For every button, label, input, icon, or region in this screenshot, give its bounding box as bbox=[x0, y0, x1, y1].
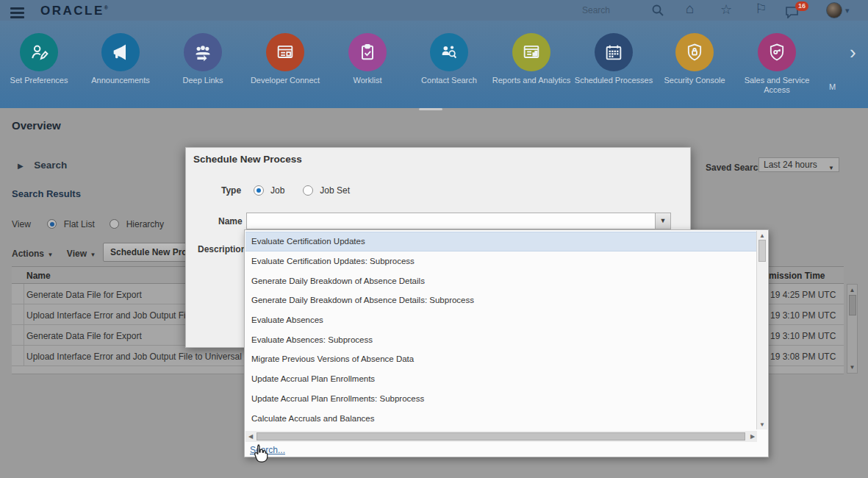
actions-caret-icon: ▼ bbox=[47, 252, 53, 258]
search-results-heading: Search Results bbox=[12, 188, 81, 199]
process-name-dropdown-panel: Evaluate Certification Updates Evaluate … bbox=[244, 229, 769, 457]
scrollbar-thumb[interactable] bbox=[849, 295, 856, 315]
shield-key-icon bbox=[758, 33, 796, 71]
dropdown-caret-icon: ▼ bbox=[660, 217, 667, 224]
dropdown-item[interactable]: Update Accrual Plan Enrollments bbox=[245, 369, 756, 389]
dropdown-item-selected[interactable]: Evaluate Certification Updates bbox=[245, 232, 756, 252]
watchlist-flag-icon[interactable]: ⚐ bbox=[755, 3, 767, 15]
hierarchy-radio[interactable] bbox=[110, 219, 119, 229]
app-scheduled-processes[interactable]: Scheduled Processes bbox=[573, 33, 655, 85]
app-announcements[interactable]: Announcements bbox=[79, 33, 162, 85]
dropdown-item[interactable]: Generate Daily Breakdown of Absence Deta… bbox=[245, 271, 756, 290]
hierarchy-label: Hierarchy bbox=[126, 219, 164, 229]
search-icon[interactable] bbox=[651, 4, 664, 20]
person-pencil-icon bbox=[20, 33, 58, 71]
dropdown-item[interactable]: Migrate Previous Versions of Absence Dat… bbox=[245, 349, 756, 369]
saved-search-label: Saved Search bbox=[706, 163, 764, 173]
home-icon[interactable]: ⌂ bbox=[686, 3, 694, 15]
select-caret-icon: ▼ bbox=[828, 162, 834, 175]
notification-count-badge: 16 bbox=[795, 1, 808, 11]
expander-triangle-icon: ▶ bbox=[18, 162, 24, 170]
favorites-star-icon[interactable]: ☆ bbox=[720, 4, 732, 15]
top-navigation-bar: ORACLE® Search ⌂ ☆ ⚐ 16 ▾ bbox=[0, 0, 868, 21]
description-label: Description bbox=[198, 244, 246, 254]
search-expander[interactable]: ▶ Search bbox=[18, 158, 67, 171]
process-name-combobox[interactable]: ▼ bbox=[246, 213, 671, 229]
clipboard-check-icon bbox=[348, 33, 387, 71]
name-label: Name bbox=[218, 216, 243, 226]
dropdown-vertical-scrollbar[interactable]: ▲ ▼ bbox=[756, 231, 767, 429]
app-reports-analytics[interactable]: Reports and Analytics bbox=[490, 33, 573, 85]
hand-cursor-icon bbox=[252, 444, 268, 463]
dropdown-item-list: Evaluate Certification Updates Evaluate … bbox=[245, 232, 756, 428]
dropdown-item[interactable]: Evaluate Absences bbox=[245, 310, 756, 330]
type-job-radio[interactable] bbox=[254, 185, 264, 196]
user-avatar[interactable] bbox=[826, 2, 842, 18]
type-job-label: Job bbox=[270, 185, 284, 196]
view-caret-icon: ▼ bbox=[90, 252, 96, 258]
scroll-down-arrow-icon[interactable]: ▼ bbox=[757, 421, 767, 428]
type-job-set-label: Job Set bbox=[320, 185, 350, 196]
page-title: Overview bbox=[12, 119, 61, 132]
scrollbar-thumb[interactable] bbox=[758, 240, 766, 262]
app-security-console[interactable]: Security Console bbox=[653, 33, 736, 85]
saved-search-select[interactable]: Last 24 hours▼ bbox=[758, 157, 839, 172]
table-vertical-scrollbar[interactable]: ▲ ▼ bbox=[847, 284, 858, 374]
app-worklist[interactable]: Worklist bbox=[326, 33, 409, 85]
global-search-input[interactable]: Search bbox=[582, 5, 610, 15]
people-magnifier-icon bbox=[430, 33, 468, 71]
scroll-up-arrow-icon[interactable]: ▲ bbox=[757, 232, 767, 239]
dropdown-item[interactable]: Evaluate Certification Updates: Subproce… bbox=[245, 252, 756, 271]
flat-list-radio[interactable] bbox=[47, 219, 57, 229]
type-job-set-radio[interactable] bbox=[303, 185, 313, 196]
chart-window-icon bbox=[512, 33, 550, 71]
view-options: View Flat List Hierarchy bbox=[12, 217, 164, 230]
browser-window-icon bbox=[266, 33, 304, 71]
app-deep-links[interactable]: Deep Links bbox=[162, 33, 244, 85]
scroll-up-arrow-icon[interactable]: ▲ bbox=[847, 287, 857, 293]
schedule-new-process-button[interactable]: Schedule New Process bbox=[103, 243, 198, 262]
page-indicator-dash bbox=[419, 108, 442, 110]
scroll-right-arrow-icon[interactable]: ▶ bbox=[750, 433, 755, 440]
table-toolbar: Actions ▼ View ▼ bbox=[12, 246, 96, 260]
dropdown-item[interactable]: Evaluate Absences: Subprocess bbox=[245, 329, 756, 349]
scroll-right-chevron-icon[interactable]: › bbox=[850, 43, 856, 62]
type-label: Type bbox=[221, 185, 241, 196]
dropdown-horizontal-scrollbar[interactable]: ◀ ▶ bbox=[245, 431, 757, 442]
view-menu[interactable]: View bbox=[67, 249, 87, 259]
view-label: View bbox=[12, 219, 31, 229]
scrollbar-thumb[interactable] bbox=[257, 432, 745, 440]
hamburger-menu-icon[interactable] bbox=[10, 5, 24, 21]
shield-icon bbox=[675, 33, 714, 71]
scroll-left-arrow-icon[interactable]: ◀ bbox=[248, 433, 253, 440]
flat-list-label: Flat List bbox=[64, 219, 95, 229]
scroll-down-arrow-icon[interactable]: ▼ bbox=[847, 364, 857, 371]
user-menu-chevron-icon[interactable]: ▾ bbox=[845, 4, 850, 16]
springboard-icon-band: Set Preferences Announcements Deep Links… bbox=[0, 21, 868, 108]
type-field-row: Type Job Job Set bbox=[221, 183, 350, 196]
app-set-preferences[interactable]: Set Preferences bbox=[0, 33, 80, 85]
app-contact-search[interactable]: Contact Search bbox=[408, 33, 490, 85]
app-developer-connect[interactable]: Developer Connect bbox=[244, 33, 326, 85]
name-column-header[interactable]: Name bbox=[26, 271, 51, 281]
dropdown-item[interactable]: Update Accrual Plan Enrollments: Subproc… bbox=[245, 389, 756, 409]
megaphone-icon bbox=[101, 33, 140, 71]
saved-search: Saved Search bbox=[706, 160, 764, 174]
actions-menu[interactable]: Actions bbox=[12, 249, 44, 259]
app-sales-service-access[interactable]: Sales and Service Access bbox=[736, 33, 818, 95]
group-arrow-icon bbox=[184, 33, 222, 71]
combobox-dropdown-button[interactable]: ▼ bbox=[655, 213, 670, 229]
dialog-title: Schedule New Process bbox=[193, 154, 302, 165]
dropdown-item[interactable]: Generate Daily Breakdown of Absence Deta… bbox=[245, 290, 756, 310]
submission-time-column-header[interactable]: mission Time bbox=[769, 271, 825, 281]
partial-next-app-label[interactable]: M bbox=[829, 82, 836, 91]
dropdown-item[interactable]: Calculate Accruals and Balances bbox=[245, 408, 756, 428]
calendar-icon bbox=[595, 33, 633, 71]
oracle-logo: ORACLE® bbox=[40, 4, 108, 18]
